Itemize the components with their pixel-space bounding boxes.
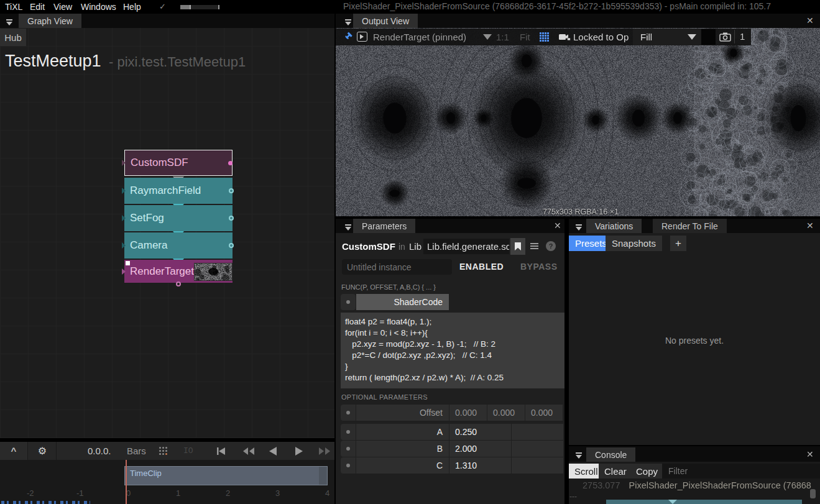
beat-grid-icon[interactable] [159, 447, 168, 456]
tab-graph-view[interactable]: Graph View [19, 14, 81, 28]
menu-item-view[interactable]: View [53, 2, 72, 12]
copy-button[interactable]: Copy [630, 464, 663, 479]
menu-slider-thumb[interactable] [190, 5, 191, 9]
frame-count[interactable]: 1 [740, 31, 745, 42]
tab-output-view[interactable]: Output View [353, 14, 418, 28]
chevron-down-icon[interactable] [483, 34, 492, 40]
lib-word: Lib [409, 241, 422, 252]
namespace-field[interactable]: Lib.field.generate.sd [423, 239, 509, 254]
output-slot-dot[interactable] [228, 161, 233, 165]
snapshots-button[interactable]: Snapshots [606, 236, 662, 251]
jump-to-start-icon[interactable] [216, 447, 226, 456]
console-log-line: 2753.077 PixelShader_PixelShaderFromSour… [569, 480, 820, 490]
time-mode-label[interactable]: Bars [127, 446, 146, 456]
menu-item-help[interactable]: Help [123, 2, 141, 12]
grid-toggle-icon[interactable] [540, 32, 549, 42]
camera-lock-icon[interactable] [558, 32, 571, 42]
offset-z-field[interactable]: 0.000 [525, 405, 563, 421]
enabled-button[interactable]: ENABLED [459, 262, 504, 272]
node-customsdf[interactable]: CustomSDF [124, 150, 233, 176]
b-value-field[interactable]: 2.000 [449, 441, 511, 457]
graph-canvas[interactable]: Hub TestMeetup1 - pixi.test.TestMeetup1 … [0, 28, 334, 438]
a-value-field[interactable]: 0.250 [449, 424, 511, 440]
offset-x-field[interactable]: 0.000 [449, 405, 487, 421]
rewind-icon[interactable] [242, 447, 255, 456]
offset-y-field[interactable]: 0.000 [487, 405, 525, 421]
param-connection-dot[interactable] [341, 294, 356, 310]
snapshot-camera-icon[interactable] [719, 32, 731, 42]
breadcrumb-hub-button[interactable]: Hub [0, 29, 26, 46]
fill-dropdown[interactable]: Fill [633, 29, 701, 45]
node-setfog[interactable]: SetFog [124, 205, 233, 231]
input-slot[interactable] [122, 160, 126, 166]
param-row-c[interactable]: C 1.310 [341, 457, 563, 474]
help-icon[interactable]: ? [546, 241, 556, 251]
play-forward-icon[interactable] [295, 446, 303, 456]
close-icon[interactable]: ✕ [806, 221, 814, 230]
output-slot[interactable] [229, 188, 234, 193]
bypass-button[interactable]: BYPASS [520, 262, 558, 272]
fit-button[interactable]: Fit [520, 32, 530, 42]
timeline-collapse-button[interactable]: ^ [0, 442, 28, 460]
show-output-icon[interactable] [357, 32, 367, 42]
graph-tab-bar: Graph View [0, 14, 334, 28]
param-connection-dot[interactable] [341, 457, 356, 474]
panel-menu-icon[interactable] [6, 19, 13, 26]
bookmark-button[interactable] [510, 238, 525, 255]
zoom-1-1-button[interactable]: 1:1 [496, 32, 509, 42]
clear-button[interactable]: Clear [599, 464, 632, 479]
output-slot[interactable] [229, 216, 234, 221]
shader-code-block[interactable]: float4 p2 = float4(p, 1.); for(int i = 0… [341, 313, 564, 388]
panel-menu-icon[interactable] [344, 19, 352, 26]
output-slot[interactable] [176, 282, 181, 286]
tab-console[interactable]: Console [586, 447, 635, 462]
instance-name-input[interactable] [342, 259, 452, 275]
input-slot[interactable] [122, 215, 126, 221]
param-row-b[interactable]: B 2.000 [341, 441, 563, 457]
code-line: for(int i = 0; i < 8; i++){ [345, 328, 564, 339]
pinned-operator-label[interactable]: RenderTarget (pinned) [373, 32, 466, 42]
timeline-ruler-area[interactable]: TimeClip [0, 460, 334, 504]
menu-item-tixl[interactable]: TiXL [5, 2, 22, 12]
close-icon[interactable]: ✕ [806, 16, 814, 25]
param-row-a[interactable]: A 0.250 [341, 424, 563, 440]
panel-menu-icon[interactable] [575, 452, 583, 459]
timeline-settings-button[interactable]: ⚙ [29, 442, 57, 460]
close-icon[interactable]: ✕ [554, 221, 561, 230]
close-icon[interactable]: ✕ [806, 450, 814, 459]
console-hscrollbar[interactable] [606, 500, 802, 504]
console-filter-input[interactable] [662, 464, 820, 479]
menu-slider[interactable] [180, 5, 219, 9]
toolbar-separator [734, 30, 735, 44]
shadercode-row[interactable]: ShaderCode [341, 294, 449, 310]
param-row-offset[interactable]: Offset 0.000 0.000 0.000 [341, 405, 563, 421]
input-slot[interactable] [122, 242, 126, 249]
tab-variations[interactable]: Variations [586, 219, 642, 233]
tab-render-to-file[interactable]: Render To File [653, 219, 727, 233]
time-display[interactable]: 0.0.0. [88, 446, 111, 456]
tab-parameters[interactable]: Parameters [353, 219, 415, 233]
render-output-image[interactable] [336, 28, 820, 216]
output-slot[interactable] [229, 243, 234, 248]
play-backward-icon[interactable] [269, 446, 277, 456]
pin-icon[interactable] [343, 32, 353, 42]
background-color-swatch[interactable] [701, 29, 716, 45]
param-connection-dot[interactable] [341, 424, 356, 440]
menu-item-edit[interactable]: Edit [30, 2, 45, 12]
node-raymarchfield[interactable]: RaymarchField [124, 178, 233, 204]
input-slot[interactable] [122, 268, 126, 275]
fast-forward-icon[interactable] [318, 447, 332, 456]
menu-item-windows[interactable]: Windows [81, 2, 116, 12]
console-vscrollbar[interactable] [810, 489, 816, 498]
panel-menu-icon[interactable] [344, 224, 352, 231]
panel-menu-icon[interactable] [575, 224, 583, 231]
time-clip[interactable]: TimeClip [124, 466, 328, 485]
input-slot[interactable] [122, 188, 126, 194]
list-icon[interactable] [530, 243, 538, 250]
locked-to-op-label[interactable]: Locked to Op [573, 32, 629, 42]
node-camera[interactable]: Camera [124, 232, 233, 259]
c-value-field[interactable]: 1.310 [449, 457, 511, 474]
add-variation-button[interactable]: + [670, 236, 686, 251]
param-connection-dot[interactable] [341, 405, 356, 421]
param-connection-dot[interactable] [341, 441, 356, 457]
